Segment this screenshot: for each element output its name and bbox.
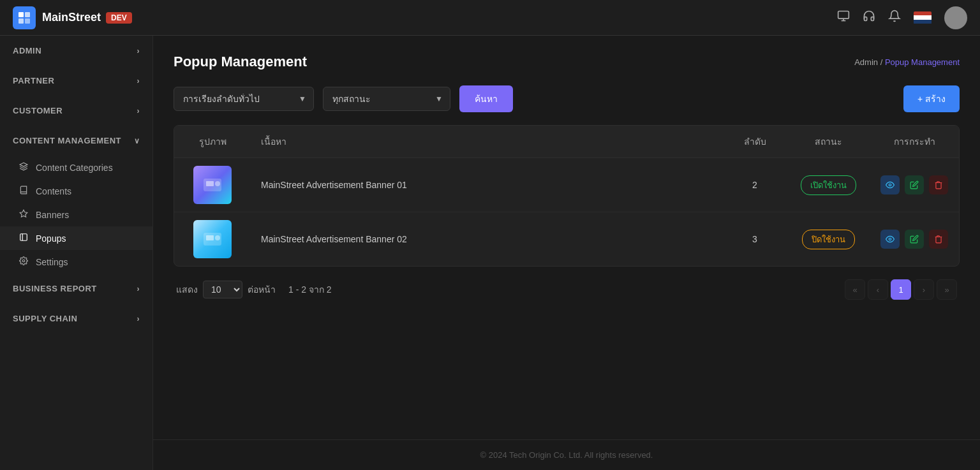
layers-icon xyxy=(18,162,29,173)
last-page-button[interactable]: » xyxy=(937,279,957,300)
svg-rect-3 xyxy=(25,18,30,24)
pagination-info: แสดง 10 25 50 100 ต่อหน้า 1 - 2 จาก 2 xyxy=(176,281,332,298)
first-page-button[interactable]: « xyxy=(845,279,865,300)
page-1-button[interactable]: 1 xyxy=(891,279,911,300)
sidebar-item-banners[interactable]: Banners xyxy=(0,203,152,226)
popups-table: รูปภาพ เนื้อหา ลำดับ สถานะ การกระทำ Main xyxy=(174,126,959,266)
table-row: MainStreet Advertisement Banner 012เปิดใ… xyxy=(174,158,959,212)
svg-rect-13 xyxy=(206,181,214,186)
view-button[interactable] xyxy=(880,230,900,249)
cell-order: 2 xyxy=(723,158,787,212)
pagination-buttons: « ‹ 1 › » xyxy=(845,279,957,300)
col-header-status: สถานะ xyxy=(787,126,870,158)
main-content: Popup Management Admin / Popup Managemen… xyxy=(153,36,980,439)
delete-button[interactable] xyxy=(929,175,948,195)
table-header-row: รูปภาพ เนื้อหา ลำดับ สถานะ การกระทำ xyxy=(174,126,959,158)
footer: © 2024 Tech Origin Co. Ltd. All rights r… xyxy=(153,439,980,470)
sidebar-item-business-report[interactable]: BUSINESS REPORT › xyxy=(0,274,152,304)
chevron-right-icon: › xyxy=(137,77,140,85)
edit-button[interactable] xyxy=(905,230,924,249)
search-button[interactable]: ค้นหา xyxy=(459,85,513,112)
per-page-suffix: ต่อหน้า xyxy=(248,283,276,297)
headset-icon[interactable] xyxy=(863,10,875,26)
logo[interactable]: MainStreet xyxy=(13,6,101,29)
table-container: รูปภาพ เนื้อหา ลำดับ สถานะ การกระทำ Main xyxy=(174,125,960,267)
pagination-row: แสดง 10 25 50 100 ต่อหน้า 1 - 2 จาก 2 « … xyxy=(174,279,960,300)
cell-order: 3 xyxy=(723,212,787,267)
edit-button[interactable] xyxy=(905,175,924,195)
status-badge: เปิดใช้งาน xyxy=(801,175,856,195)
chevron-right-icon: › xyxy=(137,314,140,323)
svg-rect-17 xyxy=(206,235,214,240)
cell-action xyxy=(870,158,959,212)
view-button[interactable] xyxy=(880,175,900,195)
delete-button[interactable] xyxy=(929,230,948,249)
status-select-wrapper: ทุกสถานะ ▼ xyxy=(323,87,450,111)
chevron-down-icon: ∨ xyxy=(134,136,140,145)
sidebar-item-contents[interactable]: Contents xyxy=(0,179,152,203)
svg-marker-8 xyxy=(20,210,27,217)
env-badge: DEV xyxy=(106,12,132,24)
status-badge: ปิดใช้งาน xyxy=(802,230,855,249)
logo-icon xyxy=(13,6,36,29)
breadcrumb-current[interactable]: Popup Management xyxy=(885,57,960,67)
main: Popup Management Admin / Popup Managemen… xyxy=(153,36,980,470)
chevron-right-icon: › xyxy=(137,106,140,115)
svg-point-11 xyxy=(22,260,25,262)
sidebar-item-settings[interactable]: Settings xyxy=(0,250,152,274)
header: MainStreet DEV xyxy=(0,0,980,36)
cell-action xyxy=(870,212,959,267)
cell-status: เปิดใช้งาน xyxy=(787,158,870,212)
action-btns xyxy=(880,230,949,249)
flag-icon xyxy=(914,11,932,24)
svg-rect-2 xyxy=(19,18,24,24)
thumbnail xyxy=(193,166,232,204)
avatar[interactable] xyxy=(944,6,967,29)
sidebar-item-admin[interactable]: ADMIN › xyxy=(0,36,152,66)
sidebar-item-partner[interactable]: PARTNER › xyxy=(0,66,152,96)
per-page-select[interactable]: 10 25 50 100 xyxy=(203,281,242,298)
svg-point-14 xyxy=(215,181,220,186)
page-title: Popup Management xyxy=(174,54,307,70)
svg-rect-9 xyxy=(20,234,27,241)
svg-rect-4 xyxy=(838,11,849,19)
cell-status: ปิดใช้งาน xyxy=(787,212,870,267)
sidebar-section-partner: PARTNER › xyxy=(0,66,152,96)
sidebar: ADMIN › PARTNER › CUSTOMER › CONTENT MAN… xyxy=(0,36,153,470)
next-page-button[interactable]: › xyxy=(914,279,934,300)
sidebar-item-supply-chain[interactable]: SUPPLY CHAIN › xyxy=(0,304,152,334)
sidebar-section-customer: CUSTOMER › xyxy=(0,96,152,126)
col-header-image: รูปภาพ xyxy=(174,126,251,158)
header-icons xyxy=(837,6,967,29)
sort-select[interactable]: การเรียงลำดับทั่วไป xyxy=(174,87,314,111)
sidebar-item-content-categories[interactable]: Content Categories xyxy=(0,156,152,179)
svg-point-15 xyxy=(889,184,891,186)
sidebar-item-popups[interactable]: Popups xyxy=(0,226,152,250)
filters-row: การเรียงลำดับทั่วไป ▼ ทุกสถานะ ▼ ค้นหา +… xyxy=(174,85,960,112)
sidebar-header-content-management[interactable]: CONTENT MANAGEMENT ∨ xyxy=(0,126,152,156)
chevron-right-icon: › xyxy=(137,47,140,55)
sidebar-section-supply-chain: SUPPLY CHAIN › xyxy=(0,304,152,334)
sidebar-section-business-report: BUSINESS REPORT › xyxy=(0,274,152,304)
create-button[interactable]: + สร้าง xyxy=(903,85,960,112)
breadcrumb-parent: Admin xyxy=(854,57,878,67)
chevron-right-icon: › xyxy=(137,284,140,293)
svg-rect-0 xyxy=(19,12,24,17)
table-body: MainStreet Advertisement Banner 012เปิดใ… xyxy=(174,158,959,267)
bell-icon[interactable] xyxy=(888,10,901,26)
page-range: 1 - 2 จาก 2 xyxy=(288,283,332,297)
star-icon xyxy=(18,209,29,220)
thumbnail xyxy=(193,220,232,258)
page-header-row: Popup Management Admin / Popup Managemen… xyxy=(174,54,960,70)
sort-select-wrapper: การเรียงลำดับทั่วไป ▼ xyxy=(174,87,314,111)
col-header-order: ลำดับ xyxy=(723,126,787,158)
breadcrumb: Admin / Popup Management xyxy=(854,57,960,67)
cell-content: MainStreet Advertisement Banner 02 xyxy=(251,212,723,267)
monitor-icon[interactable] xyxy=(837,10,850,26)
status-select[interactable]: ทุกสถานะ xyxy=(323,87,450,111)
gear-icon xyxy=(18,256,29,267)
svg-point-18 xyxy=(215,235,220,240)
sidebar-item-customer[interactable]: CUSTOMER › xyxy=(0,96,152,126)
prev-page-button[interactable]: ‹ xyxy=(868,279,888,300)
footer-text: © 2024 Tech Origin Co. Ltd. All rights r… xyxy=(480,450,653,460)
